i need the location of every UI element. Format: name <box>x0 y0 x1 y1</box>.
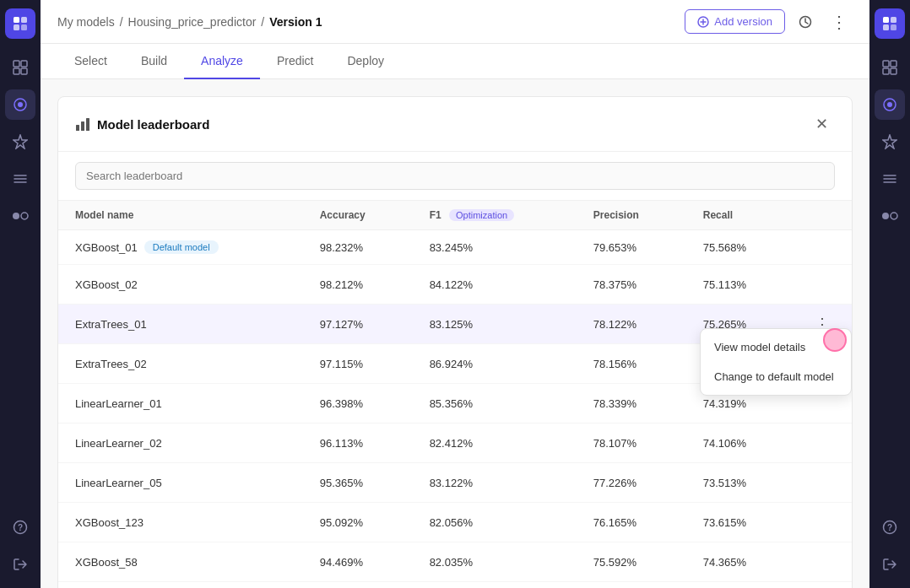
sidebar-left: ? <box>0 0 41 588</box>
tab-build[interactable]: Build <box>124 44 184 79</box>
right-help-icon[interactable]: ? <box>875 512 905 542</box>
sidebar-plugin-icon[interactable] <box>5 127 35 157</box>
sidebar-model-icon[interactable] <box>5 89 35 120</box>
cell-row-actions: ⋮ <box>793 582 852 589</box>
cell-row-actions: ⋮ View model details Change to default m… <box>793 305 852 344</box>
cell-f1: 85.356% <box>413 384 577 423</box>
default-model-badge: Default model <box>144 240 219 254</box>
cell-model-name: XGBoost_58 <box>58 542 303 582</box>
right-model-icon[interactable] <box>875 89 905 120</box>
sidebar-help-icon[interactable]: ? <box>5 512 35 542</box>
cell-row-actions: ⋮ <box>793 423 852 463</box>
svg-rect-6 <box>14 68 19 74</box>
breadcrumb-version: Version 1 <box>269 15 322 29</box>
svg-point-9 <box>18 102 23 107</box>
cell-precision: 79.653% <box>577 230 686 265</box>
right-plugin-icon[interactable] <box>875 127 905 157</box>
sidebar-right: ? <box>869 0 910 588</box>
leaderboard-table: Model name Accuracy F1 Optimization Prec… <box>58 201 852 588</box>
cell-recall: 74.106% <box>686 423 793 463</box>
tab-analyze[interactable]: Analyze <box>184 44 260 79</box>
table-row: ExtraTrees_9894.122%81.122%75.135%74.293… <box>58 582 852 589</box>
cell-accuracy: 97.115% <box>303 344 413 384</box>
tab-deploy[interactable]: Deploy <box>330 44 401 79</box>
cell-accuracy: 97.127% <box>303 305 413 344</box>
col-f1: F1 Optimization <box>413 201 577 230</box>
cell-recall: 74.293% <box>686 582 793 589</box>
model-name-text: XGBoost_02 <box>75 278 138 291</box>
right-toggle-icon[interactable] <box>875 201 905 231</box>
cell-recall: 74.365% <box>686 542 793 582</box>
view-model-details-item[interactable]: View model details <box>701 332 851 362</box>
cell-precision: 76.165% <box>577 503 686 542</box>
right-list-icon[interactable] <box>875 164 905 194</box>
breadcrumb-mymodels[interactable]: My models <box>57 15 115 29</box>
sidebar-toggle-icon[interactable] <box>5 201 35 231</box>
svg-rect-30 <box>883 68 889 74</box>
cell-precision: 78.339% <box>577 384 686 423</box>
svg-rect-0 <box>14 17 19 23</box>
cell-recall: 73.615% <box>686 503 793 542</box>
model-name-cell: XGBoost_58 <box>75 556 286 569</box>
svg-rect-31 <box>891 68 896 74</box>
cell-row-actions: ⋮ <box>793 503 852 542</box>
cell-row-actions <box>793 230 852 265</box>
cell-f1: 83.245% <box>413 230 577 265</box>
app-logo-right[interactable] <box>875 8 905 39</box>
history-button[interactable] <box>792 8 819 35</box>
sidebar-list-icon[interactable] <box>5 164 35 194</box>
search-input[interactable] <box>75 162 835 190</box>
change-default-model-item[interactable]: Change to default model <box>701 362 851 391</box>
model-name-text: XGBoost_123 <box>75 516 144 529</box>
cell-precision: 75.592% <box>577 542 686 582</box>
more-options-button[interactable]: ⋮ <box>826 8 853 35</box>
tabs-bar: Select Build Analyze Predict Deploy <box>41 44 869 79</box>
cell-precision: 75.135% <box>577 582 686 589</box>
breadcrumb-sep2: / <box>261 15 264 29</box>
close-button[interactable]: ✕ <box>808 111 835 138</box>
app-logo[interactable] <box>5 8 35 39</box>
cell-f1: 82.035% <box>413 542 577 582</box>
cell-accuracy: 95.092% <box>303 503 413 542</box>
svg-rect-5 <box>21 61 27 67</box>
col-model-name: Model name <box>58 201 303 230</box>
svg-point-13 <box>13 213 19 219</box>
svg-rect-4 <box>14 61 19 67</box>
model-name-text: XGBoost_01 <box>75 241 138 254</box>
cell-precision: 78.375% <box>577 265 686 305</box>
header-actions: Add version ⋮ <box>685 8 853 35</box>
cell-accuracy: 95.365% <box>303 463 413 503</box>
card-title: Model leaderboard <box>75 116 209 132</box>
svg-rect-2 <box>14 24 19 30</box>
sidebar-grid-icon[interactable] <box>5 52 35 83</box>
card-header: Model leaderboard ✕ <box>58 97 852 152</box>
leaderboard-title: Model leaderboard <box>97 117 209 132</box>
cell-accuracy: 94.469% <box>303 542 413 582</box>
cell-precision: 77.226% <box>577 463 686 503</box>
table-row: XGBoost_0298.212%84.122%78.375%75.113%⋮ <box>58 265 852 305</box>
cell-row-actions: ⋮ <box>793 265 852 305</box>
svg-rect-28 <box>883 61 889 67</box>
cell-precision: 78.122% <box>577 305 686 344</box>
sidebar-logout-icon[interactable] <box>5 549 35 580</box>
right-logout-icon[interactable] <box>875 549 905 580</box>
svg-rect-3 <box>21 24 27 30</box>
right-grid-icon[interactable] <box>875 52 905 83</box>
breadcrumb-predictor[interactable]: Housing_price_predictor <box>128 15 257 29</box>
svg-point-14 <box>21 213 28 219</box>
cell-accuracy: 96.113% <box>303 423 413 463</box>
model-name-text: ExtraTrees_02 <box>75 358 147 370</box>
cell-recall: 73.513% <box>686 463 793 503</box>
cell-model-name: XGBoost_123 <box>58 503 303 542</box>
tab-select[interactable]: Select <box>57 44 124 79</box>
add-version-button[interactable]: Add version <box>685 9 785 34</box>
leaderboard-icon <box>75 116 90 132</box>
table-body: XGBoost_01Default model98.232%83.245%79.… <box>58 230 852 589</box>
svg-rect-25 <box>891 17 896 23</box>
cell-precision: 78.107% <box>577 423 686 463</box>
cell-model-name: LinearLearner_02 <box>58 423 303 463</box>
svg-point-33 <box>887 102 892 107</box>
model-name-cell: ExtraTrees_02 <box>75 358 286 370</box>
tab-predict[interactable]: Predict <box>260 44 331 79</box>
model-name-cell: LinearLearner_02 <box>75 437 286 450</box>
